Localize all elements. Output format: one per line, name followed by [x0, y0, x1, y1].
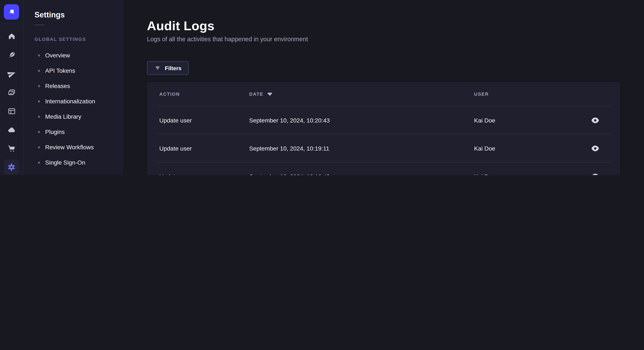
view-log-details-button[interactable]	[588, 113, 602, 127]
settings-gear-nav-button[interactable]	[4, 160, 19, 175]
app-window: KD Settings GLOBAL SETTINGS Overview API…	[0, 0, 644, 175]
cell-user: Kai Doe	[474, 145, 582, 152]
column-header-date[interactable]: DATE	[249, 91, 474, 97]
gear-icon	[7, 163, 16, 172]
cell-user: Kai Doe	[474, 117, 582, 124]
rail-icon-nav	[4, 24, 19, 175]
cloud-icon	[7, 125, 16, 134]
eye-icon	[591, 145, 599, 151]
bullet-icon	[38, 116, 40, 118]
filter-icon	[154, 65, 161, 71]
view-log-details-button[interactable]	[588, 141, 602, 155]
feather-icon	[7, 50, 16, 59]
home-icon	[7, 32, 16, 41]
sidebar-item-media-library[interactable]: Media Library	[24, 109, 122, 124]
page-subtitle: Logs of all the activities that happened…	[147, 36, 620, 43]
eye-icon	[591, 117, 599, 123]
table-row[interactable]: Update user September 10, 2024, 10:20:43…	[147, 106, 620, 134]
sidebar-item-internationalization[interactable]: Internationalization	[24, 94, 122, 109]
sidebar-item-releases[interactable]: Releases	[24, 78, 122, 94]
cell-user: Kai Doe	[474, 173, 582, 175]
cell-action: Update user	[159, 145, 249, 152]
sidebar-item-review-workflows[interactable]: Review Workflows	[24, 140, 122, 155]
sort-desc-icon	[268, 93, 272, 95]
column-header-action: ACTION	[159, 91, 249, 97]
eye-icon	[591, 173, 599, 175]
audit-logs-table: ACTION DATE USER Update user September 1…	[147, 82, 620, 175]
page-title: Audit Logs	[147, 19, 620, 32]
table-header-row: ACTION DATE USER	[147, 82, 620, 106]
bullet-icon	[38, 100, 40, 102]
bullet-icon	[38, 85, 40, 87]
home-nav-button[interactable]	[4, 28, 19, 44]
settings-nav-list: GLOBAL SETTINGS Overview API Tokens Rele…	[24, 25, 122, 175]
layout-nav-button[interactable]	[4, 103, 19, 119]
bullet-icon	[38, 161, 40, 164]
table-row[interactable]: Update user September 10, 2024, 10:16:48…	[147, 163, 620, 175]
cell-date: September 10, 2024, 10:16:48	[249, 173, 474, 175]
cell-action: Update user	[159, 117, 249, 124]
feather-nav-button[interactable]	[4, 47, 19, 62]
bullet-icon	[38, 146, 40, 148]
bullet-icon	[38, 131, 40, 133]
sidebar-title: Settings	[24, 0, 122, 19]
paper-plane-icon	[7, 69, 16, 78]
filters-button[interactable]: Filters	[147, 61, 189, 75]
filters-button-label: Filters	[165, 65, 182, 71]
marketplace-cart-nav-button[interactable]	[4, 141, 19, 156]
sidebar-item-overview[interactable]: Overview	[24, 48, 122, 63]
sidebar-item-plugins[interactable]: Plugins	[24, 124, 122, 140]
sidebar-item-single-sign-on[interactable]: Single Sign-On	[24, 155, 122, 170]
strapi-logo-button[interactable]	[4, 4, 19, 19]
layout-icon	[7, 107, 16, 116]
main-nav-rail: KD	[0, 0, 24, 175]
paper-plane-nav-button[interactable]	[4, 66, 19, 81]
column-header-user: USER	[474, 91, 582, 97]
table-row[interactable]: Update user September 10, 2024, 10:19:11…	[147, 134, 620, 162]
bullet-icon	[38, 54, 40, 56]
cell-date: September 10, 2024, 10:19:11	[249, 145, 474, 152]
media-library-icon	[7, 88, 16, 97]
settings-sidebar: Settings GLOBAL SETTINGS Overview API To…	[24, 0, 123, 175]
sidebar-item-api-tokens[interactable]: API Tokens	[24, 63, 122, 78]
cell-action: Update user	[159, 173, 249, 175]
strapi-logo-icon	[7, 7, 16, 16]
main-content: Audit Logs Logs of all the activities th…	[123, 0, 644, 175]
media-library-nav-button[interactable]	[4, 85, 19, 100]
cloud-nav-button[interactable]	[4, 122, 19, 137]
cell-date: September 10, 2024, 10:20:43	[249, 117, 474, 124]
view-log-details-button[interactable]	[588, 170, 602, 175]
cart-icon	[7, 144, 16, 153]
section-label-global-settings: GLOBAL SETTINGS	[24, 36, 122, 42]
bullet-icon	[38, 70, 40, 72]
sidebar-item-transfer-tokens[interactable]: Transfer Tokens	[24, 170, 122, 175]
